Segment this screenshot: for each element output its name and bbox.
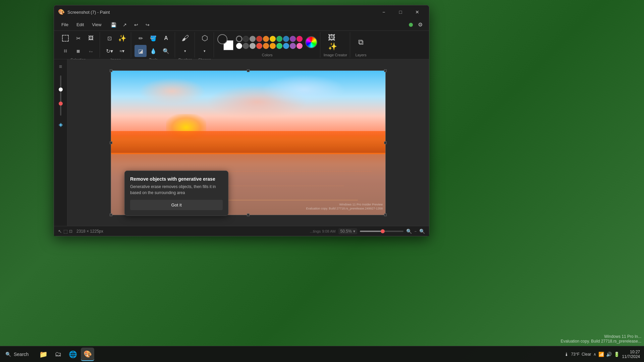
brushes-section: 🖌 ▾ Brushes	[176, 32, 195, 58]
select-all-button[interactable]: ▦	[72, 45, 84, 57]
foreground-color[interactable]	[217, 34, 227, 44]
swatch-yellow[interactable]	[270, 36, 276, 42]
shapes-button[interactable]: ⬡	[199, 32, 211, 44]
swatch-hotpink[interactable]	[297, 43, 303, 49]
taskbar-paint[interactable]: 🎨	[81, 348, 94, 361]
swatch-lightorange[interactable]	[263, 43, 269, 49]
handle-bot-mid[interactable]	[247, 214, 250, 216]
zoom-bar-thumb[interactable]	[381, 229, 385, 233]
generative-erase-button[interactable]: ◈	[56, 120, 65, 129]
image-select-button[interactable]: 🖼	[85, 32, 97, 44]
zoom-value: 50.5%	[340, 229, 352, 234]
swatch-lightblue[interactable]	[283, 43, 289, 49]
layers-content: ⧉	[354, 32, 368, 52]
layers-button[interactable]: ⧉	[354, 35, 368, 50]
menu-view[interactable]: View	[89, 21, 105, 28]
taskbar: 🔍 Search 📁 🗂 🌐 🎨 🌡 73°F Clear ∧ �	[0, 346, 644, 362]
select-option-button[interactable]: ⬦▾	[85, 45, 97, 57]
taskbar-file-explorer[interactable]: 📁	[37, 348, 50, 361]
left-tool-1[interactable]: ≡	[56, 62, 65, 71]
handle-top-left[interactable]	[110, 69, 112, 72]
crop-button[interactable]: ✂	[72, 32, 84, 44]
undo-button[interactable]: ↩	[131, 20, 141, 29]
zoom-slider-track[interactable]	[60, 75, 61, 116]
swatch-lightred[interactable]	[256, 43, 262, 49]
taskbar-time[interactable]: 10:27 11/7/2024	[622, 350, 640, 359]
zoom-slider-thumb[interactable]	[59, 87, 63, 92]
brush-dropdown[interactable]: ▾	[179, 45, 191, 57]
shapes-dropdown[interactable]: ▾	[199, 45, 211, 57]
image-creator-button[interactable]: 🖼✨	[328, 35, 343, 50]
swatch-black[interactable]	[236, 36, 242, 42]
swatch-lightyellow[interactable]	[270, 43, 276, 49]
swatch-blue[interactable]	[283, 36, 289, 42]
swatch-white[interactable]	[236, 43, 242, 49]
maximize-button[interactable]: □	[393, 7, 408, 17]
swatch-lightpurple[interactable]	[290, 43, 296, 49]
swatch-purple[interactable]	[290, 36, 296, 42]
swatch-darkgray[interactable]	[243, 43, 249, 49]
swatch-lightgreen[interactable]	[276, 43, 282, 49]
selection-icon: ⬚	[63, 229, 68, 234]
handle-bot-left[interactable]	[110, 214, 112, 216]
status-indicator	[409, 23, 413, 27]
swatch-pink[interactable]	[297, 36, 303, 42]
swatch-lightgray[interactable]	[250, 43, 256, 49]
settings-button[interactable]: ⚙	[416, 20, 425, 29]
current-colors[interactable]	[217, 34, 233, 50]
ai-image-button[interactable]: ✨	[116, 32, 128, 44]
shapes-col: ⬡ ▾	[199, 32, 211, 57]
zoom-slider-red[interactable]	[59, 102, 63, 106]
taskbar-edge[interactable]: 🌐	[66, 348, 79, 361]
swatch-orange[interactable]	[263, 36, 269, 42]
handle-mid-right[interactable]	[384, 141, 387, 144]
system-expand[interactable]: ∧	[593, 352, 596, 357]
swatch-gray[interactable]	[250, 36, 256, 42]
free-select-button[interactable]: ⌗	[59, 45, 71, 57]
title-bar: 🎨 Screenshot (7) - Paint − □ ✕	[54, 5, 429, 19]
zoom-bar[interactable]	[360, 231, 404, 232]
menu-edit[interactable]: Edit	[73, 21, 87, 28]
color-picker-tool[interactable]: 💧	[147, 45, 159, 57]
redo-button[interactable]: ↪	[143, 20, 152, 29]
rectangle-select-button[interactable]	[59, 32, 71, 44]
pencil-button[interactable]: ✏	[135, 32, 147, 44]
text-button[interactable]: A	[160, 32, 172, 44]
brush-type-button[interactable]: 🖌	[179, 32, 191, 44]
menu-bar: File Edit View 💾 ↗ ↩ ↪ ⚙	[54, 19, 429, 31]
handle-top-right[interactable]	[384, 69, 387, 72]
color-picker-button[interactable]	[305, 36, 317, 48]
window-title: Screenshot (7) - Paint	[67, 10, 376, 15]
status-left: ↖ ⬚ ⊡ 2318 × 1225px	[58, 229, 103, 234]
handle-bot-right[interactable]	[384, 214, 387, 216]
minimize-button[interactable]: −	[376, 7, 391, 17]
cloud1	[139, 78, 206, 105]
tools-row1: ✏ 🪣 A	[135, 32, 172, 44]
adjust-button[interactable]: ≈▾	[116, 45, 128, 57]
dimensions-display: 2318 × 1225px	[76, 229, 103, 234]
volume-icon[interactable]: 🔊	[606, 352, 612, 357]
taskbar-screenshots-explorer[interactable]: 🗂	[51, 348, 65, 361]
handle-mid-left[interactable]	[110, 141, 112, 144]
close-button[interactable]: ✕	[410, 7, 425, 17]
zoom-out-icon[interactable]: 🔍	[406, 229, 412, 234]
weather-icon: 🌡	[564, 352, 569, 357]
share-button[interactable]: ↗	[120, 20, 129, 29]
got-it-button[interactable]: Got it	[130, 200, 223, 210]
swatch-red[interactable]	[256, 36, 262, 42]
taskbar-search-area[interactable]: 🔍 Search	[0, 346, 34, 362]
image-col1: ⊡ ↻▾	[103, 32, 115, 57]
resize-button[interactable]: ⊡	[103, 32, 115, 44]
zoom-tool[interactable]: 🔍	[160, 45, 172, 57]
swatch-green[interactable]	[276, 36, 282, 42]
eraser-button[interactable]: ◪	[135, 45, 147, 57]
zoom-in-icon[interactable]: 🔍	[419, 229, 425, 234]
menu-file[interactable]: File	[58, 21, 72, 28]
rotate-button[interactable]: ↻▾	[103, 45, 115, 57]
save-button[interactable]: 💾	[109, 20, 118, 29]
zoom-dropdown[interactable]: ▾	[353, 229, 355, 234]
fill-button[interactable]: 🪣	[147, 32, 159, 44]
handle-top-mid[interactable]	[247, 69, 250, 72]
swatch-dark[interactable]	[243, 36, 249, 42]
network-icon[interactable]: 📶	[598, 352, 604, 357]
